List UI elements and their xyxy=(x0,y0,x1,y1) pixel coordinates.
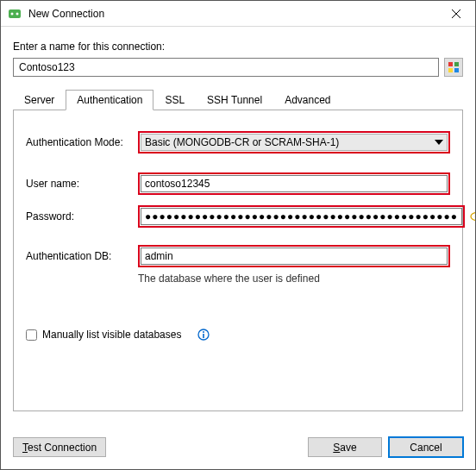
name-prompt: Enter a name for this connection: xyxy=(13,41,463,53)
svg-point-15 xyxy=(203,331,204,333)
authdb-hint: The database where the user is defined xyxy=(138,273,450,285)
svg-rect-5 xyxy=(448,62,453,66)
close-button[interactable] xyxy=(437,1,475,27)
tab-advanced[interactable]: Advanced xyxy=(273,90,341,110)
svg-point-1 xyxy=(11,12,14,15)
tab-server[interactable]: Server xyxy=(13,90,66,110)
username-label: User name: xyxy=(26,178,138,190)
tab-ssl[interactable]: SSL xyxy=(153,90,196,110)
username-input[interactable] xyxy=(141,175,448,192)
tab-ssh-tunnel[interactable]: SSH Tunnel xyxy=(196,90,273,110)
authdb-label: Authentication DB: xyxy=(26,250,138,262)
cancel-button[interactable]: Cancel xyxy=(389,437,463,457)
manual-list-checkbox[interactable] xyxy=(26,329,37,341)
password-label: Password: xyxy=(26,210,138,222)
svg-rect-16 xyxy=(204,334,205,338)
color-picker-button[interactable] xyxy=(444,58,463,77)
window-title: New Connection xyxy=(28,8,437,20)
password-input[interactable]: ●●●●●●●●●●●●●●●●●●●●●●●●●●●●●●●●●●●●●●●●… xyxy=(141,208,462,225)
manual-list-info-icon[interactable] xyxy=(197,328,210,342)
svg-point-2 xyxy=(16,12,19,15)
manual-list-label: Manually list visible databases xyxy=(42,329,181,341)
svg-rect-6 xyxy=(454,62,459,66)
app-icon xyxy=(8,7,22,21)
auth-mode-select[interactable]: Basic (MONGODB-CR or SCRAM-SHA-1) xyxy=(141,134,448,151)
tab-authentication[interactable]: Authentication xyxy=(66,90,153,110)
show-password-icon[interactable] xyxy=(470,210,476,223)
svg-rect-7 xyxy=(448,68,453,72)
tab-panel-authentication: Authentication Mode: Basic (MONGODB-CR o… xyxy=(13,110,463,411)
connection-name-input[interactable] xyxy=(13,58,439,77)
test-connection-button[interactable]: Test Connection xyxy=(13,437,106,457)
svg-rect-8 xyxy=(454,68,459,72)
authdb-input[interactable] xyxy=(141,248,448,265)
svg-rect-0 xyxy=(9,9,21,18)
auth-mode-label: Authentication Mode: xyxy=(26,136,138,148)
save-button[interactable]: Save xyxy=(308,437,382,457)
svg-point-9 xyxy=(471,213,476,221)
